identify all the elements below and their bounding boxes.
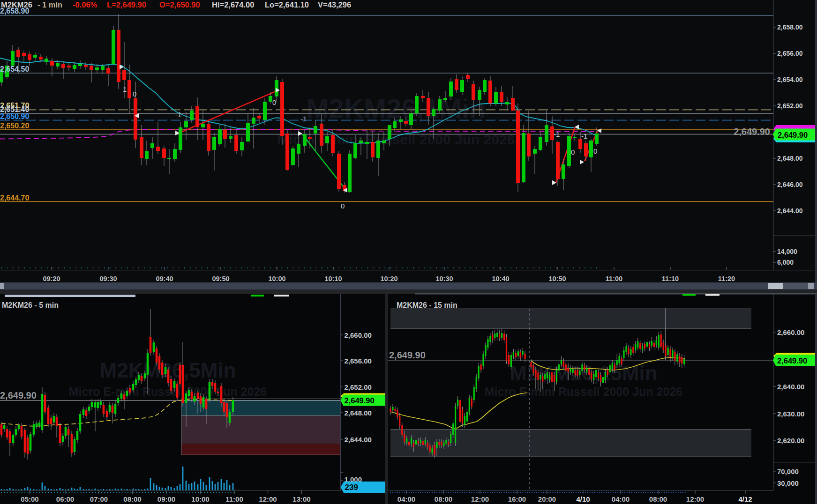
svg-text:05:00: 05:00: [21, 495, 38, 503]
svg-text:M2KM26: M2KM26: [1, 0, 32, 9]
svg-text:Hi=2,674.00: Hi=2,674.00: [212, 0, 254, 9]
svg-text:10:10: 10:10: [324, 275, 342, 282]
svg-text:- 1 min: - 1 min: [37, 0, 62, 9]
svg-text:M2KM26,15Min: M2KM26,15Min: [510, 362, 657, 385]
svg-text:2,656.00: 2,656.00: [777, 50, 803, 57]
svg-text:11:00: 11:00: [606, 275, 622, 282]
svg-text:0: 0: [593, 147, 597, 155]
svg-text:09:50: 09:50: [212, 275, 229, 282]
svg-text:L=2,649.90: L=2,649.90: [107, 0, 146, 9]
svg-text:2,658.00: 2,658.00: [777, 23, 803, 31]
svg-text:12:00: 12:00: [686, 495, 704, 503]
svg-text:06:00: 06:00: [56, 495, 74, 503]
svg-text:11:20: 11:20: [718, 275, 735, 282]
svg-text:2,644.70: 2,644.70: [0, 194, 29, 202]
svg-text:Micro E-mini Russell 2000 Jun: Micro E-mini Russell 2000 Jun 2026: [69, 385, 267, 398]
svg-text:09:20: 09:20: [43, 275, 60, 282]
svg-text:2,649.90: 2,649.90: [777, 356, 807, 365]
svg-text:Micro E-mini Russell 2000 Jun: Micro E-mini Russell 2000 Jun 2026: [485, 385, 682, 398]
svg-text:2,646.00: 2,646.00: [777, 181, 803, 188]
svg-text:2,656.00: 2,656.00: [345, 357, 372, 365]
svg-text:2,654.00: 2,654.00: [777, 76, 803, 83]
svg-text:2,660.00: 2,660.00: [777, 328, 804, 336]
svg-text:11:10: 11:10: [662, 275, 679, 282]
svg-text:2,648.00: 2,648.00: [345, 409, 372, 417]
svg-text:-1: -1: [581, 132, 587, 140]
svg-text:10:00: 10:00: [191, 495, 209, 503]
svg-text:0: 0: [272, 98, 276, 106]
svg-text:2,640.00: 2,640.00: [777, 383, 804, 391]
svg-text:2,660.00: 2,660.00: [345, 331, 372, 339]
svg-text:04:00: 04:00: [397, 495, 415, 503]
svg-text:1: 1: [123, 85, 127, 93]
svg-text:08:00: 08:00: [649, 495, 667, 503]
svg-text:4/12: 4/12: [738, 495, 752, 503]
svg-text:V=43,296: V=43,296: [318, 0, 351, 9]
svg-text:0: 0: [133, 90, 136, 98]
svg-text:M2KM26 - 15 min: M2KM26 - 15 min: [397, 301, 457, 309]
svg-text:2,652.00: 2,652.00: [345, 383, 372, 391]
svg-text:2,630.00: 2,630.00: [777, 410, 804, 418]
svg-text:70,000: 70,000: [777, 467, 799, 475]
svg-text:2,620.00: 2,620.00: [777, 437, 804, 445]
svg-text:2,650.20: 2,650.20: [0, 122, 29, 130]
svg-text:16:00: 16:00: [508, 495, 526, 503]
svg-text:11:00: 11:00: [225, 495, 243, 503]
svg-text:2,652.00: 2,652.00: [777, 102, 803, 110]
svg-text:08:00: 08:00: [123, 495, 141, 503]
svg-text:239: 239: [345, 483, 358, 492]
svg-text:30,000: 30,000: [777, 479, 799, 487]
svg-text:2,649.90: 2,649.90: [0, 390, 37, 400]
svg-text:2,648.00: 2,648.00: [777, 155, 803, 162]
svg-text:2,644.00: 2,644.00: [777, 207, 803, 215]
svg-text:08:00: 08:00: [435, 495, 452, 503]
svg-text:14,000: 14,000: [777, 248, 797, 255]
svg-text:09:00: 09:00: [157, 495, 175, 503]
svg-text:2,649.90: 2,649.90: [345, 396, 375, 405]
svg-text:6,000: 6,000: [777, 259, 794, 266]
svg-text:12:00: 12:00: [471, 495, 489, 503]
svg-text:-1: -1: [300, 115, 307, 123]
svg-text:10:50: 10:50: [548, 275, 566, 282]
svg-text:2,644.00: 2,644.00: [345, 436, 372, 444]
svg-text:2,650.90: 2,650.90: [0, 112, 29, 120]
svg-text:0: 0: [571, 148, 575, 156]
svg-text:13:00: 13:00: [292, 495, 310, 503]
svg-text:2,649.90: 2,649.90: [778, 131, 808, 139]
svg-text:M2KM26 - 5 min: M2KM26 - 5 min: [2, 301, 59, 309]
svg-text:10:40: 10:40: [492, 275, 509, 282]
svg-text:-0.06%: -0.06%: [73, 0, 97, 9]
svg-text:2,649.90: 2,649.90: [389, 350, 426, 360]
svg-text:2,649.90: 2,649.90: [734, 126, 770, 137]
svg-text:0: 0: [341, 202, 345, 210]
svg-text:10:00: 10:00: [268, 275, 285, 282]
svg-text:09:30: 09:30: [99, 275, 117, 282]
svg-text:Lo=2,641.10: Lo=2,641.10: [265, 0, 309, 9]
svg-text:07:00: 07:00: [90, 495, 108, 503]
svg-text:09:40: 09:40: [156, 275, 173, 282]
svg-text:12:00: 12:00: [259, 495, 277, 503]
svg-text:04:00: 04:00: [612, 495, 630, 503]
svg-text:10:30: 10:30: [435, 275, 453, 282]
svg-text:10:20: 10:20: [380, 275, 397, 282]
svg-text:2,654.50: 2,654.50: [0, 65, 29, 73]
svg-text:20:00: 20:00: [538, 495, 556, 503]
svg-text:-1: -1: [554, 130, 560, 138]
svg-text:-1: -1: [175, 111, 181, 119]
svg-text:4/10: 4/10: [576, 495, 590, 503]
svg-text:M2KM26,1Min: M2KM26,1Min: [306, 93, 486, 124]
svg-text:O=2,650.90: O=2,650.90: [159, 0, 200, 9]
